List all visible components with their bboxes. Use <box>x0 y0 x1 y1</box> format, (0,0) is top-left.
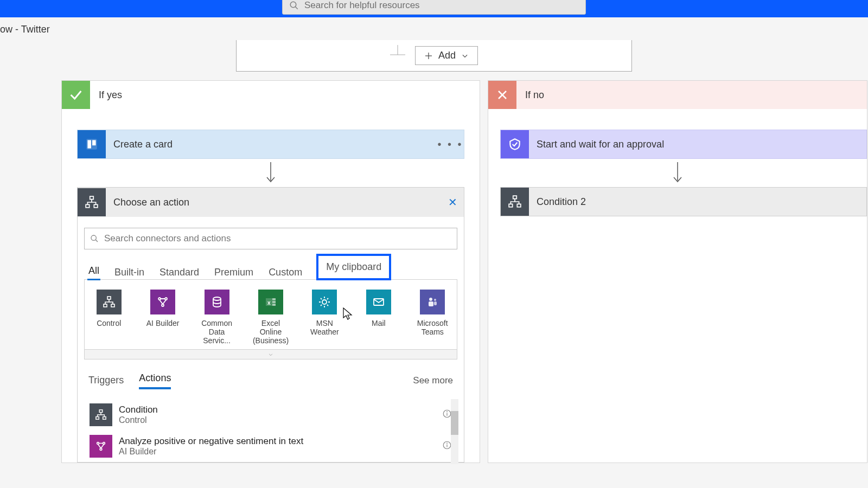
action-item-condition[interactable]: Condition Control <box>84 399 457 431</box>
chevron-down-icon <box>267 352 275 357</box>
connector-label: AI Builder <box>146 319 180 328</box>
svg-rect-31 <box>99 410 103 413</box>
connector-label: MSN Weather <box>310 319 339 336</box>
global-search[interactable]: Search for helpful resources <box>282 0 586 15</box>
svg-point-16 <box>158 298 161 300</box>
svg-point-25 <box>322 300 327 304</box>
search-icon <box>289 1 299 10</box>
tab-premium[interactable]: Premium <box>213 265 254 280</box>
svg-point-11 <box>91 235 96 240</box>
expand-connectors[interactable] <box>84 350 457 359</box>
svg-rect-14 <box>104 304 107 307</box>
scrollbar[interactable] <box>451 399 458 464</box>
svg-rect-15 <box>111 304 114 307</box>
subtab-actions[interactable]: Actions <box>139 371 171 389</box>
connector-excel[interactable]: xExcel Online (Business) <box>252 290 289 345</box>
choose-action-header: Choose an action ✕ <box>78 188 464 217</box>
action-approval[interactable]: Start and wait for an approval <box>500 130 867 159</box>
svg-point-38 <box>103 442 105 445</box>
arrow-down-icon <box>62 161 480 185</box>
connector-control[interactable]: Control <box>90 290 127 345</box>
plus-icon <box>424 52 433 60</box>
svg-text:x: x <box>267 300 271 306</box>
control-icon <box>78 188 106 216</box>
svg-line-1 <box>295 7 298 9</box>
control-icon <box>501 188 529 216</box>
svg-point-17 <box>165 298 167 300</box>
svg-line-12 <box>95 240 98 242</box>
close-icon[interactable]: ✕ <box>441 196 464 209</box>
choose-action-title: Choose an action <box>106 197 441 208</box>
action-create-card[interactable]: Create a card • • • <box>77 130 464 159</box>
svg-point-36 <box>447 412 448 412</box>
scroll-thumb[interactable] <box>451 411 458 435</box>
subtab-triggers[interactable]: Triggers <box>88 374 124 387</box>
more-icon[interactable]: • • • <box>437 138 464 151</box>
branch-line-icon <box>390 45 405 67</box>
trello-icon <box>78 130 106 158</box>
approval-icon <box>501 130 529 158</box>
if-yes-header: If yes <box>62 81 480 109</box>
tab-my-clipboard[interactable]: My clipboard <box>316 254 391 280</box>
if-no-branch: If no Start and wait for an approval Con… <box>488 80 867 463</box>
condition-container: Add <box>236 40 632 72</box>
svg-rect-5 <box>87 140 91 148</box>
check-icon <box>62 81 90 109</box>
svg-point-0 <box>290 2 296 8</box>
action-list: Condition Control Analyze positive or ne… <box>84 399 457 462</box>
arrow-down-icon <box>488 161 867 185</box>
action-search[interactable]: Search connectors and actions <box>84 228 457 249</box>
svg-point-28 <box>434 299 436 301</box>
svg-point-27 <box>429 298 432 301</box>
connector-mail[interactable]: Mail <box>360 290 397 345</box>
connector-msn-weather[interactable]: MSN Weather <box>306 290 343 345</box>
tab-custom[interactable]: Custom <box>267 265 303 280</box>
see-more-link[interactable]: See more <box>413 375 453 386</box>
topbar: Search for helpful resources <box>0 0 868 17</box>
connector-label: Excel Online (Business) <box>253 319 289 345</box>
svg-point-37 <box>97 442 99 445</box>
svg-rect-10 <box>94 204 98 207</box>
connector-label: Mail <box>372 319 386 328</box>
if-yes-title: If yes <box>99 89 122 101</box>
svg-rect-9 <box>86 204 90 207</box>
connector-cds[interactable]: Common Data Servic... <box>198 290 235 345</box>
svg-rect-30 <box>434 301 437 305</box>
tab-standard[interactable]: Standard <box>158 265 200 280</box>
connector-ai-builder[interactable]: AI Builder <box>144 290 181 345</box>
breadcrumb: ow - Twitter <box>0 17 868 40</box>
control-icon <box>90 403 112 426</box>
svg-rect-8 <box>90 196 94 199</box>
if-no-title: If no <box>525 89 544 101</box>
svg-point-42 <box>447 443 448 444</box>
connector-teams[interactable]: Microsoft Teams <box>414 290 451 345</box>
action-condition2[interactable]: Condition 2 <box>500 187 867 216</box>
if-yes-branch: If yes Create a card • • • Choose <box>61 80 480 463</box>
action-title: Condition 2 <box>529 196 866 208</box>
svg-rect-22 <box>272 298 276 300</box>
connector-label: Common Data Servic... <box>201 319 232 345</box>
action-sub: AI Builder <box>119 447 303 457</box>
add-button-label: Add <box>438 50 456 61</box>
action-title: Create a card <box>106 139 437 150</box>
svg-rect-46 <box>513 196 517 198</box>
flow-canvas: Add If yes Create a card • • • <box>0 40 868 463</box>
svg-rect-29 <box>429 301 433 306</box>
search-icon <box>90 234 99 243</box>
x-icon <box>488 81 516 109</box>
connector-label: Control <box>97 319 121 328</box>
tab-all[interactable]: All <box>87 263 100 280</box>
action-title: Start and wait for an approval <box>529 139 866 150</box>
svg-rect-48 <box>517 204 521 207</box>
svg-rect-24 <box>272 304 276 306</box>
action-sub: Control <box>119 415 158 425</box>
action-title: Condition <box>119 404 158 415</box>
svg-rect-33 <box>103 417 106 420</box>
svg-point-18 <box>162 304 164 306</box>
tab-builtin[interactable]: Built-in <box>113 265 145 280</box>
add-button[interactable]: Add <box>415 46 478 65</box>
svg-point-39 <box>100 448 102 451</box>
svg-rect-23 <box>272 301 276 303</box>
ai-builder-icon <box>90 435 112 458</box>
action-item-sentiment[interactable]: Analyze positive or negative sentiment i… <box>84 431 457 462</box>
